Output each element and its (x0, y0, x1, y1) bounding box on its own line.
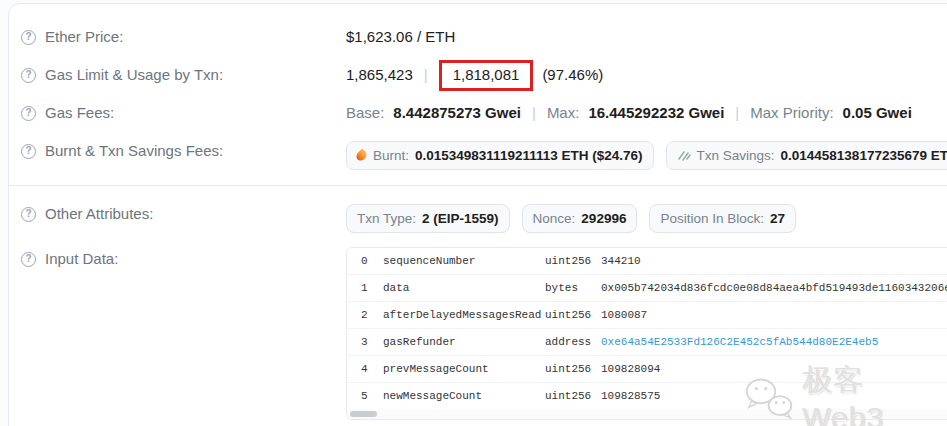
txn-savings-badge: Txn Savings: 0.014458138177235679 ETH ($… (666, 141, 947, 170)
row-other-attributes: ? Other Attributes: Txn Type: 2 (EIP-155… (9, 186, 947, 242)
param-index: 4 (347, 359, 383, 379)
help-icon[interactable]: ? (21, 30, 36, 45)
help-icon[interactable]: ? (21, 106, 36, 121)
burnt-fees-label: Burnt & Txn Savings Fees: (45, 141, 223, 161)
address-link[interactable]: 0xe64a54E2533Fd126C2E452c5fAb544d80E2E4e… (601, 332, 947, 352)
param-name: sequenceNumber (383, 251, 545, 271)
scrollbar-thumb[interactable] (350, 411, 377, 417)
flame-icon (354, 148, 368, 162)
base-fee-value: 8.442875273 Gwei (393, 103, 521, 123)
row-input-data: ? Input Data: 0sequenceNumberuint2563442… (9, 242, 947, 426)
input-data-row: 2afterDelayedMessagesReaduint2561080087 (347, 302, 947, 329)
param-value: 109828575 (601, 386, 947, 406)
ether-price-label: Ether Price: (45, 27, 123, 47)
gas-limit-label: Gas Limit & Usage by Txn: (45, 65, 223, 85)
row-gas-fees: ? Gas Fees: Base: 8.442875273 Gwei | Max… (9, 94, 947, 132)
gas-used-value: 1,818,081 (453, 66, 520, 83)
nonce-value: 292996 (581, 210, 626, 227)
other-attributes-label-group: ? Other Attributes: (21, 204, 346, 224)
input-data-row: 0sequenceNumberuint256344210 (347, 248, 947, 275)
param-index: 1 (347, 278, 383, 298)
gas-limit-value: 1,865,423 (346, 65, 413, 85)
other-attributes-label: Other Attributes: (45, 204, 153, 224)
param-name: afterDelayedMessagesRead (383, 305, 545, 325)
gas-limit-values: 1,865,423 | 1,818,081 (97.46%) (346, 65, 947, 85)
input-data-row: 5newMessageCountuint256109828575 (347, 383, 947, 409)
param-type: uint256 (545, 359, 601, 379)
horizontal-scrollbar[interactable] (347, 409, 947, 419)
input-data-label: Input Data: (45, 249, 118, 269)
burnt-badge-value: 0.015349831119211113 ETH ($24.76) (415, 147, 642, 164)
input-data-table[interactable]: 0sequenceNumberuint2563442101databytes0x… (346, 247, 947, 420)
help-icon[interactable]: ? (21, 252, 36, 267)
txn-savings-badge-value: 0.014458138177235679 ETH ($23.32) (781, 147, 947, 164)
param-name: prevMessageCount (383, 359, 545, 379)
pipe-separator: | (733, 103, 741, 123)
row-burnt-savings-fees: ? Burnt & Txn Savings Fees: Burnt: 0.015… (9, 132, 947, 179)
row-gas-limit-usage: ? Gas Limit & Usage by Txn: 1,865,423 | … (9, 56, 947, 94)
input-data-rows: 0sequenceNumberuint2563442101databytes0x… (347, 248, 947, 409)
max-fee-value: 16.445292232 Gwei (588, 103, 724, 123)
burnt-badge-label: Burnt: (373, 147, 409, 164)
input-data-label-group: ? Input Data: (21, 247, 346, 269)
input-data-row: 3gasRefunderaddress0xe64a54E2533Fd126C2E… (347, 329, 947, 356)
max-priority-fee-label: Max Priority: (750, 103, 833, 123)
pipe-separator: | (530, 103, 538, 123)
param-type: uint256 (545, 386, 601, 406)
burnt-badge: Burnt: 0.015349831119211113 ETH ($24.76) (346, 141, 654, 170)
burnt-fees-label-group: ? Burnt & Txn Savings Fees: (21, 141, 346, 161)
badge-txn-type: Txn Type: 2 (EIP-1559) (346, 204, 510, 233)
input-data-row: 4prevMessageCountuint256109828094 (347, 356, 947, 383)
param-value: 1080087 (601, 305, 947, 325)
help-icon[interactable]: ? (21, 207, 36, 222)
gas-used-percent: (97.46%) (542, 65, 603, 85)
param-name: data (383, 278, 545, 298)
position-in-block-value: 27 (770, 210, 785, 227)
input-data-row: 1databytes0x005b742034d836fcdc0e08d84aea… (347, 275, 947, 302)
nonce-label: Nonce: (533, 210, 576, 227)
param-value: 109828094 (601, 359, 947, 379)
param-value: 344210 (601, 251, 947, 271)
gas-used-highlight-box: 1,818,081 (439, 60, 534, 91)
param-index: 5 (347, 386, 383, 406)
base-fee-label: Base: (346, 103, 384, 123)
dash-wind-icon (677, 149, 691, 162)
ether-price-value: $1,623.06 / ETH (346, 27, 947, 47)
gas-limit-label-group: ? Gas Limit & Usage by Txn: (21, 65, 346, 85)
max-priority-fee-value: 0.05 Gwei (843, 103, 912, 123)
param-value: 0x005b742034d836fcdc0e08d84aea4bfd519493… (601, 278, 947, 298)
pipe-separator: | (422, 65, 430, 85)
param-type: bytes (545, 278, 601, 298)
badge-nonce: Nonce: 292996 (522, 204, 638, 233)
transaction-details-page: { "ui": { "help_glyph": "?", "separator"… (0, 0, 947, 426)
position-in-block-label: Position In Block: (660, 210, 764, 227)
txn-type-value: 2 (EIP-1559) (422, 210, 499, 227)
param-name: gasRefunder (383, 332, 545, 352)
param-type: uint256 (545, 305, 601, 325)
other-attributes-badges: Txn Type: 2 (EIP-1559) Nonce: 292996 Pos… (346, 204, 947, 233)
gas-fees-values: Base: 8.442875273 Gwei | Max: 16.4452922… (346, 103, 947, 123)
gas-fees-label: Gas Fees: (45, 103, 114, 123)
txn-type-label: Txn Type: (357, 210, 416, 227)
burnt-fees-badges: Burnt: 0.015349831119211113 ETH ($24.76)… (346, 141, 947, 170)
badge-position-in-block: Position In Block: 27 (649, 204, 796, 233)
help-icon[interactable]: ? (21, 144, 36, 159)
max-fee-label: Max: (547, 103, 580, 123)
transaction-details-card: ? Ether Price: $1,623.06 / ETH ? Gas Lim… (8, 3, 947, 426)
gas-fees-label-group: ? Gas Fees: (21, 103, 346, 123)
param-index: 0 (347, 251, 383, 271)
param-index: 3 (347, 332, 383, 352)
txn-savings-badge-label: Txn Savings: (697, 147, 775, 164)
ether-price-label-group: ? Ether Price: (21, 27, 346, 47)
param-name: newMessageCount (383, 386, 545, 406)
input-data-container: 0sequenceNumberuint2563442101databytes0x… (346, 247, 947, 420)
help-icon[interactable]: ? (21, 68, 36, 83)
param-index: 2 (347, 305, 383, 325)
param-type: address (545, 332, 601, 352)
param-type: uint256 (545, 251, 601, 271)
row-ether-price: ? Ether Price: $1,623.06 / ETH (9, 18, 947, 56)
